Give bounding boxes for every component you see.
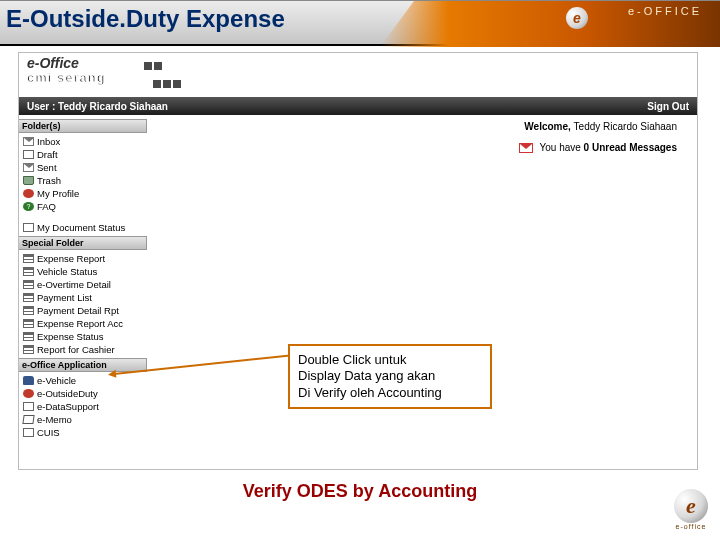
nav-label: Expense Status xyxy=(37,331,104,342)
sidebar-item-profile[interactable]: My Profile xyxy=(23,187,147,200)
user-label: User : Teddy Ricardo Siahaan xyxy=(27,101,168,112)
slide-footer-title: Verify ODES by Accounting xyxy=(0,481,720,502)
app-logo-text: e-Office xyxy=(27,55,106,71)
doc-icon xyxy=(23,150,34,159)
list-icon xyxy=(23,319,34,328)
page-title: E-Outside.Duty Expense xyxy=(6,5,285,33)
doc-icon xyxy=(23,428,34,437)
section-special: Special Folder xyxy=(19,236,147,250)
list-icon xyxy=(23,254,34,263)
callout-line-3: Di Verify oleh Accounting xyxy=(298,385,482,401)
nav-label: Report for Cashier xyxy=(37,344,115,355)
callout-line-1: Double Click untuk xyxy=(298,352,482,368)
brand-e-icon: e xyxy=(566,7,588,29)
nav-label: Trash xyxy=(37,175,61,186)
sidebar-item-overtime-detail[interactable]: e-Overtime Detail xyxy=(23,278,147,291)
nav-label: e-Overtime Detail xyxy=(37,279,111,290)
pixel-deco-icon xyxy=(143,57,182,93)
callout-line-2: Display Data yang akan xyxy=(298,368,482,384)
nav-label: e-DataSupport xyxy=(37,401,99,412)
unread-prefix: You have xyxy=(539,142,583,153)
corner-logo: e e-office xyxy=(674,489,708,530)
user-bar: User : Teddy Ricardo Siahaan Sign Out xyxy=(19,97,697,115)
nav-label: Draft xyxy=(37,149,58,160)
nav-label: Vehicle Status xyxy=(37,266,97,277)
nav-label: Expense Report Acc xyxy=(37,318,123,329)
help-icon: ? xyxy=(23,202,34,211)
sign-out-link[interactable]: Sign Out xyxy=(647,101,689,112)
app-banner: e-Office cmi serang xyxy=(19,53,697,97)
nav-label: e-Memo xyxy=(37,414,72,425)
nav-label: Expense Report xyxy=(37,253,105,264)
sidebar-item-inbox[interactable]: Inbox xyxy=(23,135,147,148)
nav-label: Payment Detail Rpt xyxy=(37,305,119,316)
sidebar-item-evehicle[interactable]: e-Vehicle xyxy=(23,374,147,387)
sidebar-item-faq[interactable]: ?FAQ xyxy=(23,200,147,213)
list-icon xyxy=(23,280,34,289)
mail-icon xyxy=(519,143,533,153)
welcome-name: Teddy Ricardo Siahaan xyxy=(574,121,677,132)
sidebar-item-ememo[interactable]: e-Memo xyxy=(23,413,147,426)
nav-label: e-Vehicle xyxy=(37,375,76,386)
list-icon xyxy=(23,332,34,341)
title-band: e e-OFFICE E-Outside.Duty Expense xyxy=(0,0,720,46)
nav-label: FAQ xyxy=(37,201,56,212)
sidebar-item-trash[interactable]: Trash xyxy=(23,174,147,187)
list-icon xyxy=(23,293,34,302)
nav-label: CUIS xyxy=(37,427,60,438)
app-logo-subtext: cmi serang xyxy=(27,71,106,84)
mail-icon xyxy=(23,163,34,172)
mail-icon xyxy=(23,137,34,146)
sidebar-item-report-cashier[interactable]: Report for Cashier xyxy=(23,343,147,356)
sidebar-item-expense-status[interactable]: Expense Status xyxy=(23,330,147,343)
section-folders: Folder(s) xyxy=(19,119,147,133)
sidebar-item-cuis[interactable]: CUIS xyxy=(23,426,147,439)
section-applications: e-Office Application xyxy=(19,358,147,372)
sidebar-item-eoutsideduty[interactable]: e-OutsideDuty xyxy=(23,387,147,400)
list-icon xyxy=(23,267,34,276)
doc-icon xyxy=(23,223,34,232)
sidebar: Folder(s) Inbox Draft Sent Trash My Prof… xyxy=(19,115,147,469)
nav-label: My Document Status xyxy=(37,222,125,233)
corner-brand-text: e-office xyxy=(674,523,708,530)
nav-label: e-OutsideDuty xyxy=(37,388,98,399)
car-icon xyxy=(23,376,34,385)
e-ball-icon: e xyxy=(674,489,708,523)
nav-label: My Profile xyxy=(37,188,79,199)
unread-row: You have 0 Unread Messages xyxy=(157,142,687,153)
list-icon xyxy=(23,306,34,315)
sidebar-item-payment-detail[interactable]: Payment Detail Rpt xyxy=(23,304,147,317)
sidebar-item-payment-list[interactable]: Payment List xyxy=(23,291,147,304)
sidebar-item-expense-report-acc[interactable]: Expense Report Acc xyxy=(23,317,147,330)
sidebar-item-edatasupport[interactable]: e-DataSupport xyxy=(23,400,147,413)
main-panel: Welcome, Teddy Ricardo Siahaan You have … xyxy=(147,115,697,469)
nav-label: Sent xyxy=(37,162,57,173)
memo-icon xyxy=(22,415,34,424)
sidebar-item-draft[interactable]: Draft xyxy=(23,148,147,161)
welcome-prefix: Welcome, xyxy=(524,121,573,132)
unread-suffix: Unread Messages xyxy=(589,142,677,153)
callout-box: Double Click untuk Display Data yang aka… xyxy=(288,344,492,409)
sidebar-item-sent[interactable]: Sent xyxy=(23,161,147,174)
doc-icon xyxy=(23,402,34,411)
brand-label: e-OFFICE xyxy=(628,5,702,17)
sidebar-item-expense-report[interactable]: Expense Report xyxy=(23,252,147,265)
nav-label: Payment List xyxy=(37,292,92,303)
user-icon xyxy=(23,389,34,398)
sidebar-item-docstatus[interactable]: My Document Status xyxy=(23,221,147,234)
welcome-text: Welcome, Teddy Ricardo Siahaan xyxy=(157,121,687,132)
trash-icon xyxy=(23,176,34,185)
nav-label: Inbox xyxy=(37,136,60,147)
list-icon xyxy=(23,345,34,354)
user-icon xyxy=(23,189,34,198)
sidebar-item-vehicle-status[interactable]: Vehicle Status xyxy=(23,265,147,278)
